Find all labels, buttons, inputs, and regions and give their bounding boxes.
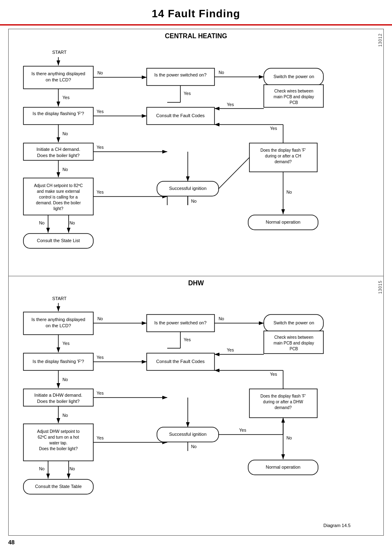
ch-flash-ch-text2: during or after a CH [265,154,301,158]
dhw-section: DHW 13015 START Is there anything displa… [9,276,383,535]
dhw-adjust-no-label1: No [39,466,45,471]
ch-power-text1: Is the power switched on? [154,72,206,77]
ch-adjust-yes: Yes [97,190,104,194]
ch-section: CENTRAL HEATING 13012 START Is there any… [9,29,383,276]
ch-ignition-text: Successful ignition [169,186,206,191]
dhw-wires-text1: Check wires between [274,335,313,340]
dhw-adjust-text1: Adjust DHW setpoint to [37,429,80,434]
ch-state-text: Consult the State List [37,238,80,243]
dhw-fault-text: Consult the Fault Codes [156,359,205,364]
dhw-flash-dhw-yes-label: Yes [270,372,277,377]
page-header: 14 Fault Finding [0,0,392,25]
dhw-flash-dhw-text1: Does the display flash 'F' [261,394,306,398]
dhw-lcd-no: No [97,316,103,321]
dhw-ignition-text: Successful ignition [169,432,206,437]
ch-switch-text: Switch the power on [273,74,314,79]
diagram-label: Diagram 14.5 [323,523,350,528]
ch-flash-ch-no-label: No [286,190,292,194]
ch-power-yes: Yes [184,91,191,96]
ch-flash-ch-text1: Does the display flash 'F' [261,148,306,153]
dhw-wires-text3: PCB [290,347,298,351]
page-title: 14 Fault Finding [152,7,240,20]
ch-wires-yes: Yes [227,102,234,107]
dhw-ignition-no: No [191,444,197,449]
dhw-demand-text2: Does the boiler light? [37,399,79,404]
ch-adjust-text1: Adjust CH setpoint to 82ºC [34,183,83,188]
ch-demand-no: No [62,167,68,172]
ch-fault-text: Consult the Fault Codes [156,113,205,118]
ch-demand-text1: Initiate a CH demand. [37,147,80,152]
diagram-outer: CENTRAL HEATING 13012 START Is there any… [8,29,384,536]
ch-demand-yes: Yes [97,145,104,150]
dhw-flash-yes: Yes [97,355,104,360]
ch-normal-text: Normal operation [266,220,300,224]
dhw-flash-text: Is the display flashing 'F'? [32,359,84,364]
ch-flash-text1: Is the display flashing 'F'? [32,111,84,116]
dhw-power-no: No [219,316,224,321]
ch-lcd-text2: on the LCD? [46,77,71,82]
ch-demand-text2: Does the boiler light? [37,153,79,158]
ch-power-no: No [219,70,224,75]
dhw-lcd-text2: on the LCD? [46,323,71,328]
dhw-flash-dhw-no-label: No [286,435,292,440]
ch-side-label: 13012 [378,33,383,47]
ch-flash-no: No [62,131,68,136]
dhw-flowchart: START Is there anything displayed on the… [9,289,383,535]
ch-wires-text3: PCB [290,100,298,105]
ch-title: CENTRAL HEATING [9,29,383,42]
ch-flash-ch-text3: demand? [274,160,292,164]
ch-flash-ch-yes-label: Yes [270,126,277,131]
ch-flash-yes: Yes [97,109,104,114]
ch-lcd-text1: Is there anything displayed [32,71,85,76]
dhw-flash-no: No [62,377,68,382]
dhw-demand-text1: Initiate a DHW demand. [35,393,83,398]
ch-wires-text1: Check wires between [274,89,313,93]
ch-ignition-yes-line [219,157,249,189]
dhw-wires-text2: main PCB and display [274,341,314,345]
dhw-flash-dhw-text3: demand? [274,405,292,410]
dhw-lcd-yes: Yes [62,341,69,346]
ch-ignition-no: No [191,199,197,204]
ch-adjust-text3: control is calling for a [39,195,78,199]
dhw-lcd-text1: Is there anything displayed [32,317,85,322]
dhw-flash-dhw-text2: during or after a DHW [263,400,303,404]
dhw-power-text: Is the power switched on? [154,320,206,325]
dhw-switch-text: Switch the power on [273,320,314,325]
ch-adjust-no-label2: No [69,220,75,225]
dhw-adjust-text2: 62ºC and turn on a hot [38,435,79,439]
ch-adjust-no-label1: No [39,220,45,225]
dhw-side-label: 13015 [378,280,383,294]
ch-lcd-yes: Yes [62,95,69,100]
ch-adjust-text5: light? [53,206,63,211]
dhw-start-label: START [52,296,67,301]
dhw-ignition-yes: Yes [239,428,246,432]
dhw-state-text: Consult the State Table [35,484,82,489]
ch-flowchart: START Is there anything displayed on the… [9,42,383,276]
dhw-adjust-text4: Does the boiler light? [39,446,78,451]
dhw-demand-yes: Yes [97,391,104,395]
dhw-adjust-text3: water tap. [49,441,67,445]
ch-start-label: START [52,50,67,55]
dhw-adjust-no-label2: No [69,466,75,471]
dhw-title: DHW [9,276,383,289]
ch-adjust-text4: demand. Does the boiler [36,201,81,205]
ch-adjust-text2: and make sure external [37,189,80,194]
page-footer: 48 [0,536,392,549]
ch-wires-text2: main PCB and display [274,95,314,99]
page-number: 48 [8,539,15,546]
dhw-power-yes: Yes [184,337,191,342]
dhw-adjust-yes: Yes [97,435,104,440]
dhw-demand-no: No [62,413,68,418]
dhw-wires-yes: Yes [227,347,234,352]
ch-lcd-no: No [97,70,103,75]
ch-flash-box [23,107,93,125]
dhw-normal-text: Normal operation [266,465,300,469]
